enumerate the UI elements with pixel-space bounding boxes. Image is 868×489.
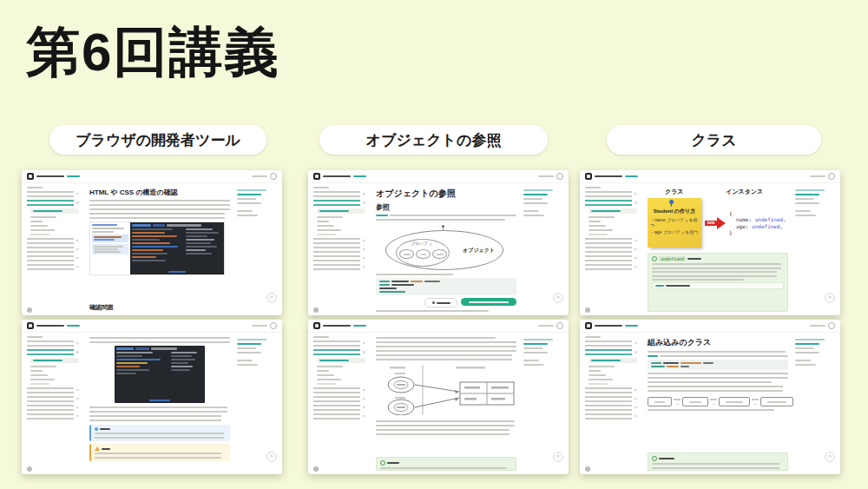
selected-node[interactable] — [132, 246, 178, 248]
header-nav-link-skeleton[interactable] — [353, 325, 366, 327]
toc-link-skeleton[interactable] — [795, 215, 816, 216]
sidebar-subitem-current[interactable] — [589, 358, 637, 363]
sidebar-item[interactable]: > — [313, 413, 365, 420]
toc-link-skeleton[interactable] — [795, 202, 819, 204]
toc-link-skeleton[interactable] — [237, 347, 256, 349]
scroll-top-button[interactable]: ^ — [553, 293, 563, 303]
settings-icon[interactable] — [556, 173, 563, 180]
sidebar-subitem[interactable] — [30, 234, 49, 235]
header-nav-link-skeleton[interactable] — [625, 175, 638, 177]
sidebar-subitem[interactable] — [317, 225, 334, 227]
sidebar-subitem[interactable] — [317, 221, 329, 222]
sidebar-footer-icon[interactable] — [313, 307, 319, 313]
sidebar-subitem-current[interactable] — [589, 208, 637, 214]
toc-link-skeleton[interactable] — [795, 364, 816, 366]
sidebar-item[interactable]: > — [585, 413, 637, 420]
header-link-skeleton[interactable] — [810, 325, 825, 327]
sidebar-item[interactable]: > — [585, 340, 637, 347]
sidebar-subitem[interactable] — [317, 370, 329, 372]
toc-link-skeleton[interactable] — [237, 364, 258, 366]
sidebar-item-active-section[interactable]: v — [313, 349, 365, 355]
header-link-skeleton[interactable] — [252, 325, 267, 327]
sidebar-subitem[interactable] — [30, 379, 55, 380]
sidebar-item[interactable]: > — [27, 387, 79, 393]
inline-link-skeleton[interactable] — [648, 355, 658, 357]
inline-link-skeleton[interactable] — [376, 215, 388, 216]
toc-link-skeleton[interactable] — [795, 352, 819, 354]
devtools-tab[interactable] — [153, 224, 165, 227]
sidebar-subitem[interactable] — [30, 383, 49, 385]
sidebar-item[interactable]: > — [27, 247, 79, 253]
sidebar-item[interactable]: > — [27, 413, 79, 420]
sidebar-footer-icon[interactable] — [27, 307, 32, 313]
toc-link-skeleton[interactable] — [523, 360, 539, 361]
toc-link-skeleton[interactable] — [237, 215, 258, 216]
settings-icon[interactable] — [556, 322, 563, 329]
toc-link-skeleton[interactable] — [795, 198, 814, 200]
sidebar-subitem[interactable] — [589, 234, 608, 235]
sidebar-subitem[interactable] — [589, 229, 613, 231]
sidebar-subitem[interactable] — [317, 366, 343, 367]
toc-link-skeleton[interactable] — [523, 215, 544, 216]
toc-link-skeleton[interactable] — [237, 360, 253, 361]
sidebar-item[interactable]: > — [27, 340, 79, 347]
sidebar-item-active-section[interactable]: v — [313, 200, 365, 206]
toc-link-skeleton[interactable] — [237, 194, 261, 195]
sidebar-item[interactable]: > — [27, 238, 79, 244]
sidebar-subitem[interactable] — [589, 221, 601, 222]
sidebar-item-active-section[interactable]: v — [585, 349, 637, 355]
scroll-top-button[interactable]: ^ — [266, 452, 277, 462]
sidebar-subitem[interactable] — [317, 216, 343, 218]
toc-link-skeleton[interactable] — [523, 347, 542, 349]
sidebar-item[interactable]: > — [27, 405, 79, 411]
sidebar-item[interactable]: > — [585, 191, 637, 197]
run-program-button[interactable] — [461, 298, 516, 306]
sidebar-subitem[interactable] — [589, 370, 601, 372]
sidebar-subitem[interactable] — [30, 221, 43, 222]
sidebar-item-active-section[interactable]: v — [27, 200, 79, 206]
scroll-top-button[interactable]: ^ — [825, 293, 835, 303]
sidebar-item[interactable]: > — [313, 340, 365, 347]
sidebar-item[interactable]: > — [585, 387, 637, 393]
sidebar-subitem[interactable] — [589, 383, 608, 385]
sidebar-item[interactable]: > — [313, 191, 365, 197]
devtools-tab[interactable] — [135, 347, 149, 350]
toc-link-skeleton[interactable] — [523, 364, 544, 366]
header-nav-link-skeleton[interactable] — [353, 175, 366, 177]
sidebar-item[interactable]: > — [27, 191, 79, 197]
devtools-tab[interactable] — [132, 224, 151, 227]
toc-link-skeleton[interactable] — [237, 343, 261, 345]
sidebar-item[interactable]: > — [585, 247, 637, 253]
sidebar-subitem[interactable] — [589, 379, 613, 380]
sidebar-subitem[interactable] — [317, 379, 341, 380]
toc-link-skeleton[interactable] — [237, 210, 253, 212]
toc-link-skeleton[interactable] — [795, 347, 814, 349]
sidebar-subitem[interactable] — [317, 374, 334, 376]
toc-link-skeleton[interactable] — [523, 194, 548, 195]
scroll-top-button[interactable]: ^ — [553, 452, 563, 462]
header-nav-link-skeleton[interactable] — [625, 325, 638, 327]
header-nav-link-skeleton[interactable] — [67, 325, 80, 327]
settings-icon[interactable] — [828, 173, 835, 180]
toc-link-skeleton[interactable] — [523, 202, 548, 204]
scroll-top-button[interactable]: ^ — [266, 293, 277, 303]
scroll-top-button[interactable]: ^ — [825, 452, 835, 462]
sidebar-footer-icon[interactable] — [585, 466, 590, 472]
toc-link-skeleton[interactable] — [795, 343, 819, 345]
toc-link-skeleton[interactable] — [795, 360, 811, 361]
settings-icon[interactable] — [270, 173, 277, 180]
sidebar-subitem-current[interactable] — [317, 208, 365, 214]
sidebar-subitem[interactable] — [30, 225, 48, 227]
sidebar-item[interactable]: > — [313, 396, 365, 402]
sidebar-subitem[interactable] — [30, 229, 55, 231]
sidebar-subitem[interactable] — [589, 216, 615, 218]
toc-link-skeleton[interactable] — [237, 198, 256, 200]
settings-icon[interactable] — [270, 322, 277, 329]
sidebar-item-active-section[interactable]: v — [27, 349, 79, 355]
sidebar-footer-icon[interactable] — [27, 466, 32, 472]
sidebar-subitem[interactable] — [589, 225, 606, 227]
sidebar-item[interactable]: > — [313, 255, 365, 261]
sidebar-item-active-section[interactable]: v — [585, 200, 637, 206]
sidebar-item[interactable]: > — [585, 405, 637, 411]
sidebar-subitem[interactable] — [317, 229, 341, 231]
